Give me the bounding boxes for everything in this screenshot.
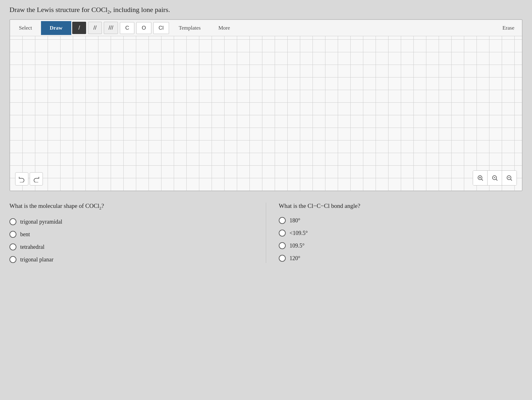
option-bent[interactable]: bent [9, 231, 253, 238]
question2-col: What is the Cl−C−Cl bond angle? 180° <10… [266, 203, 523, 263]
zoom-reset-button[interactable] [488, 171, 502, 185]
zoom-controls [473, 170, 517, 186]
erase-button[interactable]: Erase [495, 22, 522, 34]
radio-180[interactable] [279, 217, 286, 224]
svg-line-7 [511, 180, 512, 181]
carbon-atom-button[interactable]: C [120, 22, 134, 34]
triple-bond-button[interactable]: /// [104, 22, 118, 34]
radio-120[interactable] [279, 255, 286, 262]
option-label: <109.5° [289, 230, 308, 237]
question2-text: What is the Cl−C−Cl bond angle? [279, 203, 523, 209]
option-label: tetrahedral [20, 244, 44, 250]
option-trigonal-planar[interactable]: trigonal planar [9, 256, 253, 263]
questions-section: What is the molecular shape of COCl2? tr… [9, 203, 523, 263]
question2-options: 180° <109.5° 109.5° 120° [279, 217, 523, 262]
drawing-canvas[interactable] [10, 36, 522, 191]
option-120[interactable]: 120° [279, 255, 523, 262]
option-180[interactable]: 180° [279, 217, 523, 224]
option-trigonal-pyramidal[interactable]: trigonal pyramidal [9, 218, 253, 225]
templates-button[interactable]: Templates [170, 21, 210, 35]
double-bond-button[interactable]: // [88, 22, 102, 34]
option-label: 180° [289, 217, 300, 224]
question1-col: What is the molecular shape of COCl2? tr… [9, 203, 266, 263]
radio-lt1095[interactable] [279, 230, 286, 237]
more-button[interactable]: More [209, 21, 239, 35]
option-tetrahedral[interactable]: tetrahedral [9, 243, 253, 250]
page-title: Draw the Lewis structure for COCl2, incl… [9, 6, 523, 15]
question1-text: What is the molecular shape of COCl2? [9, 203, 253, 211]
draw-button[interactable]: Draw [41, 21, 72, 35]
zoom-in-button[interactable] [473, 171, 488, 185]
option-label: 120° [289, 255, 300, 262]
drawing-tool: Select Draw / // /// C O Cl Templates Mo… [9, 19, 523, 191]
radio-tetrahedral[interactable] [9, 243, 16, 250]
radio-bent[interactable] [9, 231, 16, 238]
chlorine-atom-button[interactable]: Cl [153, 22, 169, 34]
undo-button[interactable] [15, 172, 28, 186]
option-label: trigonal pyramidal [20, 219, 62, 225]
radio-1095[interactable] [279, 242, 286, 249]
zoom-out-button[interactable] [502, 171, 517, 185]
option-1095[interactable]: 109.5° [279, 242, 523, 249]
radio-trigonal-planar[interactable] [9, 256, 16, 263]
redo-button[interactable] [30, 172, 43, 186]
select-button[interactable]: Select [10, 21, 41, 35]
toolbar: Select Draw / // /// C O Cl Templates Mo… [10, 20, 522, 36]
option-lt1095[interactable]: <109.5° [279, 230, 523, 237]
radio-trigonal-pyramidal[interactable] [9, 218, 16, 225]
oxygen-atom-button[interactable]: O [136, 22, 151, 34]
single-bond-button[interactable]: / [72, 22, 86, 34]
option-label: trigonal planar [20, 256, 53, 263]
svg-line-5 [496, 180, 497, 181]
option-label: bent [20, 231, 30, 238]
question1-options: trigonal pyramidal bent tetrahedral trig… [9, 218, 253, 263]
svg-line-1 [482, 180, 483, 181]
undo-redo-controls [15, 172, 43, 186]
option-label: 109.5° [289, 243, 305, 249]
